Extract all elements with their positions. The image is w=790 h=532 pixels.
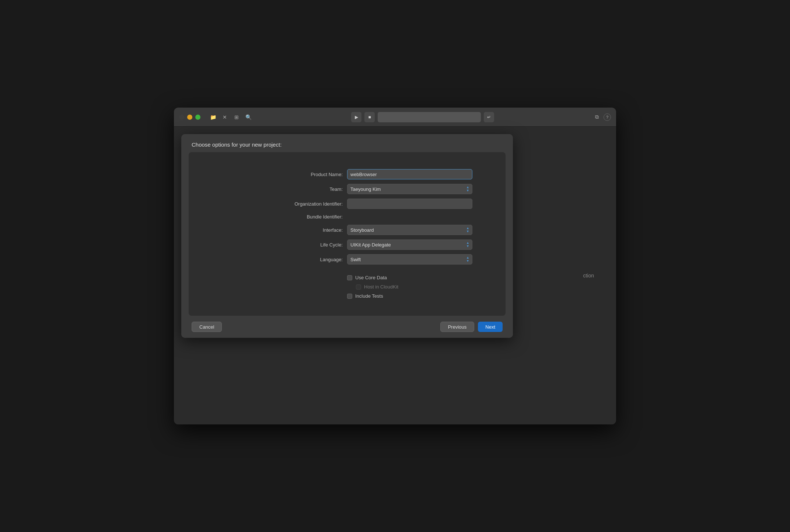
url-bar xyxy=(378,112,481,122)
include-tests-label: Include Tests xyxy=(355,293,383,299)
lifecycle-cell: UIKit App Delegate SwiftUI App ▲ ▼ xyxy=(347,237,472,252)
interface-select[interactable]: Storyboard SwiftUI xyxy=(347,225,472,235)
bundle-identifier-value xyxy=(347,214,472,220)
modal-overlay: Choose options for your new project: Pro… xyxy=(174,127,616,424)
interface-label: Interface: xyxy=(222,224,347,236)
team-label: Team: xyxy=(222,183,347,195)
toolbar-icons: 📁 ✕ ⊞ 🔍 xyxy=(209,113,252,121)
sidebar-hint: ction xyxy=(583,273,594,279)
footer-right-buttons: Previous Next xyxy=(440,322,503,332)
minimize-button[interactable] xyxy=(187,115,192,120)
form-grid: Product Name: Team: Taeyoung Kim None xyxy=(222,167,472,301)
modal-footer: Cancel Previous Next xyxy=(181,316,513,338)
lifecycle-select[interactable]: UIKit App Delegate SwiftUI App xyxy=(347,239,472,250)
interface-cell: Storyboard SwiftUI ▲ ▼ xyxy=(347,223,472,237)
forward-button[interactable]: ↵ xyxy=(484,112,494,122)
lifecycle-label: Life Cycle: xyxy=(222,239,347,251)
org-identifier-cell xyxy=(347,196,472,211)
modal-title: Choose options for your new project: xyxy=(192,141,503,148)
new-project-modal: Choose options for your new project: Pro… xyxy=(181,134,513,338)
close-button[interactable] xyxy=(179,115,184,120)
include-tests-checkbox[interactable] xyxy=(347,294,352,299)
previous-button[interactable]: Previous xyxy=(440,322,475,332)
modal-header: Choose options for your new project: xyxy=(181,134,513,152)
language-cell: Swift Objective-C ▲ ▼ xyxy=(347,252,472,267)
use-core-data-label: Use Core Data xyxy=(355,275,387,280)
next-button[interactable]: Next xyxy=(478,322,503,332)
folder-icon[interactable]: 📁 xyxy=(209,113,217,121)
checkboxes-spacer-label xyxy=(222,281,347,287)
right-controls: ⧉ ? xyxy=(593,113,611,121)
center-controls: ▶ ■ ↵ xyxy=(255,112,590,122)
main-content: Choose options for your new project: Pro… xyxy=(174,127,616,424)
close-file-icon[interactable]: ✕ xyxy=(221,113,228,121)
use-core-data-checkbox[interactable] xyxy=(347,275,352,280)
modal-body: Product Name: Team: Taeyoung Kim None xyxy=(189,152,506,316)
host-in-cloudkit-checkbox[interactable] xyxy=(356,284,361,290)
org-identifier-label: Organization Identifier: xyxy=(222,198,347,210)
xcode-window: 📁 ✕ ⊞ 🔍 ▶ ■ ↵ ⧉ ? Choose options for you… xyxy=(174,108,616,424)
team-select[interactable]: Taeyoung Kim None xyxy=(347,184,472,194)
language-select-wrapper: Swift Objective-C ▲ ▼ xyxy=(347,254,472,265)
team-select-wrapper: Taeyoung Kim None ▲ ▼ xyxy=(347,184,472,194)
product-name-input[interactable] xyxy=(347,169,472,179)
org-identifier-input[interactable] xyxy=(347,199,472,209)
cancel-button[interactable]: Cancel xyxy=(192,322,222,332)
interface-select-wrapper: Storyboard SwiftUI ▲ ▼ xyxy=(347,225,472,235)
team-cell: Taeyoung Kim None ▲ ▼ xyxy=(347,182,472,196)
bundle-identifier-label: Bundle Identifier: xyxy=(222,211,347,223)
help-button[interactable]: ? xyxy=(604,113,611,121)
lifecycle-select-wrapper: UIKit App Delegate SwiftUI App ▲ ▼ xyxy=(347,239,472,250)
stop-button[interactable]: ■ xyxy=(364,112,375,122)
language-select[interactable]: Swift Objective-C xyxy=(347,254,472,265)
checkboxes-cell: Use Core Data Host in CloudKit Include T… xyxy=(347,267,472,301)
host-in-cloudkit-row: Host in CloudKit xyxy=(356,284,472,290)
language-label: Language: xyxy=(222,254,347,265)
bundle-identifier-cell xyxy=(347,212,472,222)
play-button[interactable]: ▶ xyxy=(351,112,361,122)
editor-icon[interactable]: ⊞ xyxy=(233,113,240,121)
checkboxes-section: Use Core Data Host in CloudKit Include T… xyxy=(347,275,472,299)
use-core-data-row: Use Core Data xyxy=(347,275,472,280)
host-in-cloudkit-label: Host in CloudKit xyxy=(364,284,398,290)
split-view-icon[interactable]: ⧉ xyxy=(593,113,601,121)
title-bar: 📁 ✕ ⊞ 🔍 ▶ ■ ↵ ⧉ ? xyxy=(174,108,616,127)
product-name-cell xyxy=(347,167,472,182)
include-tests-row: Include Tests xyxy=(347,293,472,299)
maximize-button[interactable] xyxy=(195,115,200,120)
search-icon[interactable]: 🔍 xyxy=(245,113,252,121)
product-name-label: Product Name: xyxy=(222,169,347,180)
